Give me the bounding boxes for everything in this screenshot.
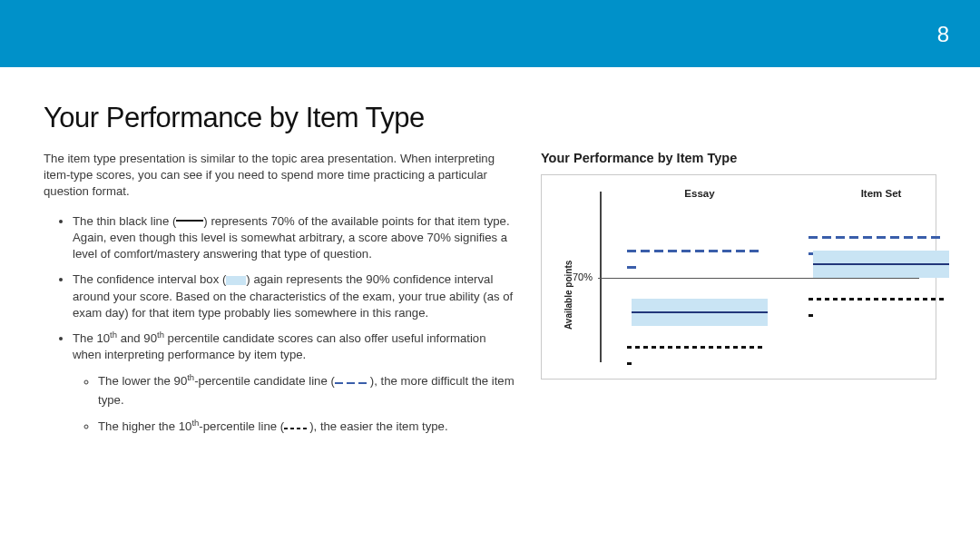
superscript-th: th — [110, 330, 117, 340]
list-item: The 10th and 90th percentile candidate s… — [73, 330, 515, 437]
page-title: Your Performance by Item Type — [44, 102, 515, 134]
chart-column: Your Performance by Item Type Available … — [541, 102, 936, 446]
text-fragment: The higher the 10 — [98, 419, 191, 433]
text-fragment: -percentile candidate line ( — [194, 375, 335, 389]
bullet-list: The thin black line () represents 70% of… — [44, 213, 515, 437]
text-column: Your Performance by Item Type The item t… — [44, 102, 515, 446]
category-label-itemset: Item Set — [808, 188, 954, 199]
chart-plot-area: Available points 70% Essay Item Set — [600, 192, 919, 362]
superscript-th: th — [187, 372, 194, 382]
dashed-blue-line-icon — [335, 372, 370, 389]
tick-70: 70% — [573, 271, 593, 282]
list-item: The lower the 90th-percentile candidate … — [98, 372, 515, 408]
list-item: The confidence interval box () again rep… — [73, 271, 515, 321]
y-axis — [600, 192, 602, 362]
sub-bullet-list: The lower the 90th-percentile candidate … — [73, 372, 515, 437]
essay-score-line — [632, 311, 768, 313]
page-number: 8 — [937, 22, 949, 47]
list-item: The thin black line () represents 70% of… — [73, 213, 515, 263]
text-fragment: -percentile line ( — [199, 419, 284, 433]
text-fragment: The thin black line ( — [73, 214, 176, 228]
intro-paragraph: The item type presentation is similar to… — [44, 151, 515, 201]
content-area: Your Performance by Item Type The item t… — [0, 67, 980, 446]
text-fragment: ), the easier the item type. — [309, 419, 447, 433]
top-banner: 8 — [0, 0, 980, 67]
list-item: The higher the 10th-percentile line (), … — [98, 418, 515, 437]
superscript-th: th — [157, 330, 164, 340]
text-fragment: The lower the 90 — [98, 375, 187, 389]
text-fragment: The 10 — [73, 331, 110, 345]
baseline-70-line — [598, 278, 919, 279]
category-label-essay: Essay — [627, 188, 772, 199]
chart-frame: Available points 70% Essay Item Set — [541, 174, 936, 380]
text-fragment: and 90 — [117, 331, 157, 345]
solid-line-icon — [176, 220, 203, 222]
confidence-box-icon — [226, 276, 246, 285]
dotted-black-line-icon — [284, 418, 309, 434]
chart-title: Your Performance by Item Type — [541, 151, 936, 165]
itemset-score-line — [813, 263, 949, 265]
text-fragment: The confidence interval box ( — [73, 272, 226, 286]
